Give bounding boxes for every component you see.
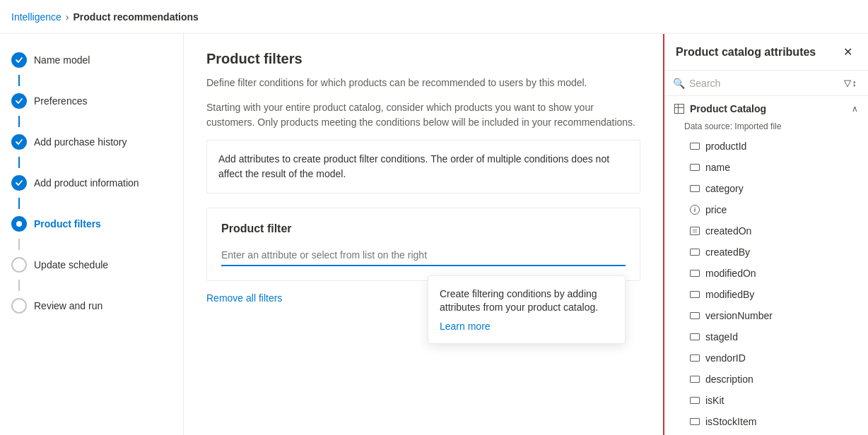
sidebar: Name model Preferences Add purchase hist… bbox=[0, 34, 184, 435]
filter-section: Product filter Create filtering conditio… bbox=[206, 208, 640, 281]
catalog-attr-stageId[interactable]: stageId bbox=[664, 326, 868, 347]
sidebar-item-label-name-model: Name model bbox=[34, 54, 90, 66]
catalog-table-icon bbox=[674, 104, 684, 114]
main-layout: Name model Preferences Add purchase hist… bbox=[0, 34, 868, 435]
sidebar-item-add-product-information[interactable]: Add product information bbox=[0, 168, 183, 198]
step-circle-review-and-run bbox=[11, 298, 27, 314]
attr-name-price: price bbox=[705, 204, 727, 215]
breadcrumb-sep: › bbox=[66, 11, 69, 23]
sidebar-item-label-preferences: Preferences bbox=[34, 95, 87, 107]
catalog-collapse-icon: ∧ bbox=[852, 104, 858, 114]
filter-section-title: Product filter bbox=[221, 222, 626, 235]
close-panel-button[interactable]: ✕ bbox=[839, 44, 857, 60]
catalog-attr-vendorID[interactable]: vendorID bbox=[664, 347, 868, 369]
attr-name-name: name bbox=[705, 162, 730, 173]
catalog-attr-versionNumber[interactable]: versionNumber bbox=[664, 305, 868, 326]
remove-all-filters-link[interactable]: Remove all filters bbox=[206, 292, 282, 304]
catalog-attr-isKit[interactable]: isKit bbox=[664, 390, 868, 411]
tooltip-popup: Create filtering conditions by adding at… bbox=[428, 275, 626, 344]
breadcrumb-parent[interactable]: Intelligence bbox=[11, 11, 61, 23]
connector-3 bbox=[18, 157, 20, 168]
attr-name-versionNumber: versionNumber bbox=[705, 310, 773, 321]
sidebar-item-review-and-run[interactable]: Review and run bbox=[0, 291, 183, 321]
sidebar-item-label-add-product-information: Add product information bbox=[34, 177, 139, 189]
catalog-attr-price[interactable]: i price bbox=[664, 199, 868, 220]
catalog-header-left: Product Catalog bbox=[674, 103, 766, 114]
sidebar-item-product-filters[interactable]: Product filters bbox=[0, 209, 183, 239]
svg-point-0 bbox=[16, 221, 22, 227]
connector-5 bbox=[18, 239, 20, 250]
attr-icon-category bbox=[690, 185, 700, 192]
sidebar-item-label-update-schedule: Update schedule bbox=[34, 259, 108, 270]
catalog-attr-isStockItem[interactable]: isStockItem bbox=[664, 411, 868, 432]
sort-icon: ↕ bbox=[852, 78, 857, 88]
page-title: Product filters bbox=[206, 51, 640, 67]
search-icon: 🔍 bbox=[673, 78, 685, 89]
info-box: Add attributes to create product filter … bbox=[206, 140, 640, 193]
catalog-attr-name[interactable]: name bbox=[664, 157, 868, 178]
main-content: Product filters Define filter conditions… bbox=[184, 34, 663, 435]
catalog-attr-modifiedBy[interactable]: modifiedBy bbox=[664, 284, 868, 305]
search-row: 🔍 ▽ ↕ bbox=[664, 71, 868, 96]
catalog-attr-createdOn[interactable]: createdOn bbox=[664, 220, 868, 242]
learn-more-link[interactable]: Learn more bbox=[440, 321, 491, 332]
catalog-attr-category[interactable]: category bbox=[664, 178, 868, 199]
filter-sort-button[interactable]: ▽ ↕ bbox=[841, 76, 860, 90]
attr-name-isKit: isKit bbox=[705, 395, 724, 406]
catalog-search-input[interactable] bbox=[689, 78, 835, 89]
top-bar: Intelligence › Product recommendations bbox=[0, 0, 868, 34]
attr-name-createdOn: createdOn bbox=[705, 225, 751, 237]
attr-name-productId: productId bbox=[705, 141, 746, 152]
connector-2 bbox=[18, 116, 20, 127]
page-desc-1: Define filter conditions for which produ… bbox=[206, 76, 640, 90]
catalog-attr-description[interactable]: description bbox=[664, 369, 868, 390]
attr-icon-isKit bbox=[690, 397, 700, 404]
catalog-attr-productId[interactable]: productId bbox=[664, 136, 868, 157]
right-panel: Product catalog attributes ✕ 🔍 ▽ ↕ Produ… bbox=[663, 34, 868, 435]
step-circle-update-schedule bbox=[11, 257, 27, 273]
attr-icon-versionNumber bbox=[690, 312, 700, 319]
step-circle-add-purchase-history bbox=[11, 134, 27, 150]
right-panel-header: Product catalog attributes ✕ bbox=[664, 34, 868, 71]
attr-name-description: description bbox=[705, 374, 753, 385]
catalog-list: Product Catalog ∧ Data source: Imported … bbox=[664, 96, 868, 435]
breadcrumb-current: Product recommendations bbox=[74, 11, 199, 23]
sidebar-item-name-model[interactable]: Name model bbox=[0, 45, 183, 75]
attr-icon-name bbox=[690, 164, 700, 171]
catalog-attr-createdBy[interactable]: createdBy bbox=[664, 242, 868, 263]
sidebar-item-label-product-filters: Product filters bbox=[34, 218, 101, 230]
step-circle-product-filters bbox=[11, 216, 27, 232]
attr-icon-productId bbox=[690, 143, 700, 150]
page-desc-2: Starting with your entire product catalo… bbox=[206, 100, 640, 130]
attr-name-isStockItem: isStockItem bbox=[705, 416, 756, 427]
attr-name-modifiedBy: modifiedBy bbox=[705, 289, 754, 300]
attr-icon-createdBy bbox=[690, 249, 700, 256]
attr-icon-modifiedBy bbox=[690, 291, 700, 298]
filter-attribute-input[interactable] bbox=[221, 249, 626, 261]
filter-input-wrapper bbox=[221, 245, 626, 266]
attr-name-vendorID: vendorID bbox=[705, 352, 746, 364]
sidebar-item-label-review-and-run: Review and run bbox=[34, 300, 102, 311]
info-box-text: Add attributes to create product filter … bbox=[218, 153, 609, 179]
attr-icon-price: i bbox=[690, 205, 700, 215]
attr-name-createdBy: createdBy bbox=[705, 246, 750, 258]
attr-icon-isStockItem bbox=[690, 418, 700, 425]
sidebar-item-label-add-purchase-history: Add purchase history bbox=[34, 136, 127, 148]
attr-icon-stageId bbox=[690, 333, 700, 340]
sidebar-item-preferences[interactable]: Preferences bbox=[0, 86, 183, 116]
sidebar-item-update-schedule[interactable]: Update schedule bbox=[0, 250, 183, 280]
attr-icon-description bbox=[690, 376, 700, 383]
catalog-attr-modifiedOn[interactable]: modifiedOn bbox=[664, 263, 868, 284]
catalog-name: Product Catalog bbox=[690, 103, 766, 114]
attr-icon-vendorID bbox=[690, 354, 700, 362]
step-circle-add-product-information bbox=[11, 175, 27, 191]
right-panel-title: Product catalog attributes bbox=[676, 46, 816, 59]
catalog-source: Data source: Imported file bbox=[664, 121, 868, 136]
catalog-header[interactable]: Product Catalog ∧ bbox=[664, 96, 868, 121]
breadcrumb: Intelligence › Product recommendations bbox=[11, 11, 199, 23]
filter-icon: ▽ bbox=[844, 78, 851, 88]
connector-6 bbox=[18, 280, 20, 291]
step-circle-name-model bbox=[11, 52, 27, 68]
sidebar-item-add-purchase-history[interactable]: Add purchase history bbox=[0, 127, 183, 157]
attr-icon-createdOn bbox=[690, 227, 700, 235]
